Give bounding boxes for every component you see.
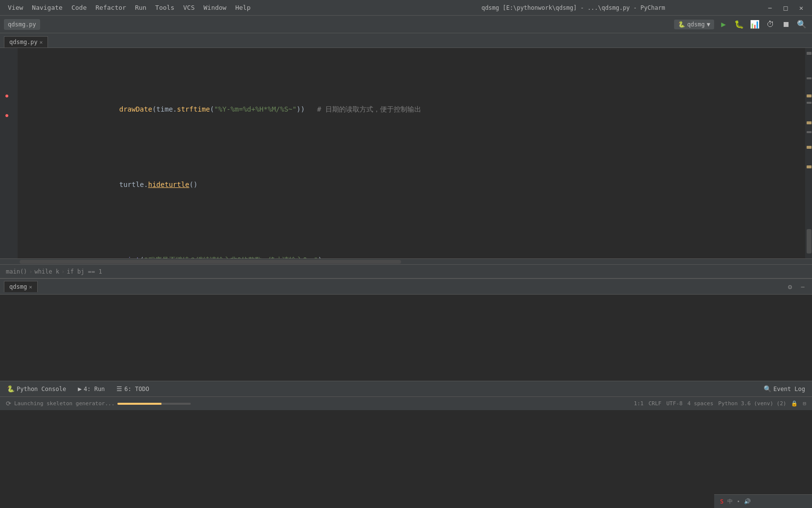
ime-mode: 中 [727,498,733,505]
breadcrumb-while[interactable]: while k [35,268,60,275]
run-panel-controls: ⚙ − [785,281,808,292]
window-title: qdsmg [E:\pythonwork\qdsmg] - ...\qdsmg.… [383,4,763,11]
run-config-dropdown-icon: ▼ [707,21,710,28]
left-gutter: ● ● [0,48,18,258]
breadcrumb-main[interactable]: main() [6,268,27,275]
run-panel: qdsmg ✕ ⚙ − [0,278,812,381]
menu-run[interactable]: Run [131,3,150,12]
menu-view[interactable]: View [4,3,27,12]
event-log-label: Event Log [773,386,805,393]
stop-button[interactable]: ⏹ [780,18,792,31]
window-controls: − □ ✕ [763,3,808,13]
loading-bar [117,403,191,405]
run-tab-name: qdsmg [9,283,27,290]
project-tab[interactable]: qdsmg.py [4,19,40,30]
sys-dot: • [737,498,740,505]
column-icon: ⊟ [803,400,806,407]
todo-button[interactable]: ☰ 6: TODO [113,384,152,393]
breadcrumb: main() › while k › if bj == 1 [0,264,812,278]
code-area: drawDate(time.strftime("%Y-%m=%d+%H*%M/%… [18,48,805,258]
editor-container: ● ● drawDate(time.strftime("%Y-%m=%d+%H*… [0,48,812,258]
menu-refactor[interactable]: Refactor [91,3,130,12]
titlebar: View Navigate Code Refactor Run Tools VC… [0,0,812,16]
bottom-bar: 🐍 Python Console ▶ 4: Run ☰ 6: TODO 🔍 Ev… [0,381,812,396]
python-console-label: Python Console [17,386,66,393]
loading-text: Launching skeleton generator... [14,400,114,407]
file-tabs: qdsmg.py ✕ [0,33,812,48]
python-console-icon: 🐍 [7,385,15,393]
profile-button[interactable]: ⏱ [764,18,777,31]
toolbar: qdsmg.py 🐍 qdsmg ▼ ▶ 🐛 📊 ⏱ ⏹ 🔍 [0,16,812,33]
status-make-read-only[interactable]: 🔒 [791,400,798,407]
run-content [0,295,812,381]
status-line-ending[interactable]: CRLF [649,400,662,407]
maximize-button[interactable]: □ [779,3,792,13]
event-log-button[interactable]: 🔍 Event Log [761,384,808,393]
file-tab-qdsmg[interactable]: qdsmg.py ✕ [4,36,48,47]
run-tool-icon: ▶ [78,385,82,393]
debug-button[interactable]: 🐛 [733,18,745,31]
menu-bar: View Navigate Code Refactor Run Tools VC… [4,3,383,12]
run-button[interactable]: ▶ [717,18,730,31]
minimize-button[interactable]: − [763,3,777,13]
python-console-button[interactable]: 🐍 Python Console [4,384,69,393]
run-tab-qdsmg[interactable]: qdsmg ✕ [4,281,38,292]
system-tray: S 中 • 🔊 [714,494,812,508]
loading-fill [117,403,161,405]
loading-spinner: ⟳ [6,400,11,407]
run-settings-button[interactable]: ⚙ [785,281,795,292]
volume-icon[interactable]: 🔊 [744,498,751,505]
run-config-label: qdsmg [687,21,705,28]
search-button[interactable]: 🔍 [795,18,808,31]
breadcrumb-if[interactable]: if bj == 1 [67,268,102,275]
breakpoint-icon-1[interactable]: ● [5,93,12,100]
breakpoint-icon-2[interactable]: ● [5,113,12,119]
code-line-3: print("程序是否继续？继续请输入非0的整数，终止请输入0：") [18,244,805,258]
h-scroll-thumb[interactable] [20,260,401,264]
editor-main[interactable]: drawDate(time.strftime("%Y-%m=%d+%H*%M/%… [18,48,805,258]
event-log-icon: 🔍 [764,385,771,393]
code-line-2: turtle.hideturtle() [18,168,805,201]
status-indent[interactable]: 4 spaces [687,400,713,407]
todo-icon: ☰ [116,385,122,393]
status-python-version[interactable]: Python 3.6 (venv) (2) [718,400,786,407]
minimap[interactable] [805,48,812,258]
menu-tools[interactable]: Tools [151,3,178,12]
ime-indicator[interactable]: S [720,498,723,505]
run-panel-tabs: qdsmg ✕ ⚙ − [0,279,812,295]
lock-icon: 🔒 [791,400,798,407]
close-button[interactable]: ✕ [794,3,808,13]
run-tool-button[interactable]: ▶ 4: Run [75,384,108,393]
run-tab-close-icon[interactable]: ✕ [29,284,32,290]
status-encoding[interactable]: UTF-8 [666,400,682,407]
run-tool-label: 4: Run [84,386,105,393]
status-position[interactable]: 1:1 [634,400,644,407]
menu-help[interactable]: Help [231,3,254,12]
file-tab-name: qdsmg.py [9,39,38,46]
status-bar: ⟳ Launching skeleton generator... 1:1 CR… [0,396,812,410]
menu-navigate[interactable]: Navigate [28,3,67,12]
menu-vcs[interactable]: VCS [180,3,199,12]
menu-code[interactable]: Code [68,3,90,12]
status-column-selection[interactable]: ⊟ [803,400,806,407]
code-line-1: drawDate(time.strftime("%Y-%m=%d+%H*%M/%… [18,93,805,125]
run-minimize-button[interactable]: − [797,281,808,292]
coverage-button[interactable]: 📊 [748,18,761,31]
run-configuration[interactable]: 🐍 qdsmg ▼ [674,20,714,29]
loading-indicator: ⟳ Launching skeleton generator... [6,400,191,407]
horizontal-scrollbar[interactable] [0,258,812,264]
todo-label: 6: TODO [124,386,149,393]
close-tab-icon[interactable]: ✕ [40,39,43,46]
menu-window[interactable]: Window [200,3,230,12]
run-config-icon: 🐍 [678,21,685,28]
